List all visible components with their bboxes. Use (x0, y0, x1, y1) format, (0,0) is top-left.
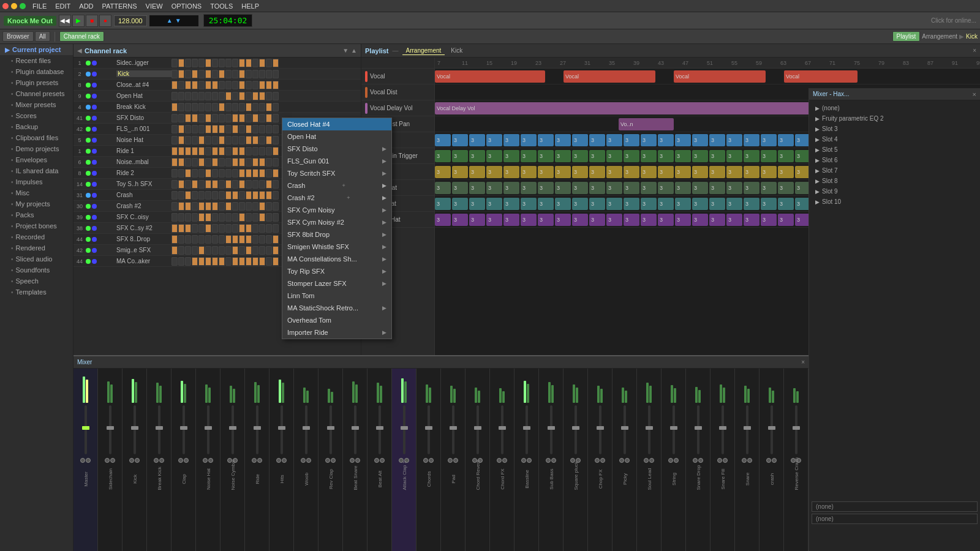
channel-mute-dot[interactable] (92, 94, 97, 99)
channel-pad[interactable] (266, 169, 272, 178)
mixer-channel[interactable]: Sub Bass (539, 369, 564, 551)
channel-knob-2[interactable] (600, 458, 605, 463)
channel-pad[interactable] (232, 235, 238, 244)
channel-pad[interactable] (205, 103, 211, 111)
channel-pad[interactable] (172, 136, 178, 144)
tab-kick[interactable]: Kick (447, 47, 466, 55)
channel-pad[interactable] (273, 202, 279, 211)
mixer-channel[interactable]: Woob (294, 369, 318, 551)
fader-thumb[interactable] (180, 426, 187, 430)
channel-pad[interactable] (212, 191, 218, 200)
channel-pad[interactable] (225, 169, 232, 178)
channel-pad[interactable] (172, 81, 178, 89)
fader-thumb[interactable] (401, 426, 408, 430)
track-block[interactable]: 3 (692, 182, 708, 194)
fader-thumb[interactable] (695, 426, 702, 430)
track-block[interactable]: 3 (778, 166, 794, 178)
channel-pad[interactable] (172, 213, 178, 222)
mixer-channel[interactable]: Noise Cymbal (221, 369, 245, 551)
channel-pad[interactable] (172, 169, 178, 178)
channel-pad[interactable] (178, 59, 184, 67)
track-block[interactable]: 3 (538, 166, 554, 178)
mixer-channel[interactable]: Break Kick (147, 369, 172, 551)
channel-row[interactable]: 2 Kick (74, 69, 361, 80)
dropdown-item-crash[interactable]: Crash+ (282, 179, 391, 192)
channel-pad[interactable] (252, 147, 258, 156)
menu-options[interactable]: OPTIONS (170, 2, 204, 10)
channel-pad[interactable] (273, 136, 279, 144)
channel-pad[interactable] (232, 136, 238, 144)
channel-pad[interactable] (185, 125, 191, 133)
track-block[interactable]: 3 (624, 150, 639, 162)
track-block[interactable]: 3 (521, 198, 537, 210)
track-block[interactable]: 3 (503, 166, 519, 178)
track-block[interactable]: 3 (589, 134, 605, 146)
channel-pad[interactable] (212, 202, 218, 211)
fader-thumb[interactable] (229, 426, 236, 430)
tab-arrangement[interactable]: Arrangement (402, 47, 445, 55)
sidebar-item-templates[interactable]: •Templates (0, 287, 73, 298)
channel-pad[interactable] (259, 169, 265, 178)
channel-pad[interactable] (252, 246, 258, 255)
fader-thumb[interactable] (254, 426, 261, 430)
track-block[interactable]: 3 (486, 182, 502, 194)
channel-pad[interactable] (225, 224, 232, 233)
rewind-button[interactable]: ◀◀ (59, 15, 71, 27)
channel-pad[interactable] (172, 246, 178, 255)
channel-pad[interactable] (219, 59, 225, 67)
channel-pad[interactable] (225, 235, 232, 244)
channel-pad[interactable] (273, 246, 279, 255)
channel-pad[interactable] (219, 169, 225, 178)
channel-row[interactable]: 4 Break Kick (74, 102, 361, 113)
play-button[interactable]: ▶ (72, 15, 85, 27)
channel-mute-dot[interactable] (92, 193, 97, 198)
channel-knob[interactable] (742, 458, 747, 463)
channel-rack-btn[interactable]: Channel rack (59, 31, 104, 42)
track-block[interactable]: 3 (778, 150, 794, 162)
channel-knob[interactable] (619, 458, 624, 463)
channel-pad[interactable] (239, 92, 245, 100)
channel-pad[interactable] (212, 70, 218, 78)
dropdown-item-linn-tom[interactable]: Linn Tom (282, 290, 391, 302)
channel-mute-dot[interactable] (92, 259, 97, 264)
channel-pad[interactable] (172, 147, 178, 156)
channel-knob-2[interactable] (649, 458, 654, 463)
channel-knob-2[interactable] (282, 458, 287, 463)
channel-pad[interactable] (259, 180, 265, 189)
channel-pad[interactable] (212, 103, 218, 111)
sidebar-item-clipboard-files[interactable]: •Clipboard files (0, 132, 73, 143)
track-block[interactable]: 3 (761, 134, 777, 146)
channel-pad[interactable] (266, 202, 272, 211)
channel-knob-2[interactable] (502, 458, 507, 463)
channel-pad[interactable] (273, 92, 279, 100)
track-block[interactable]: 3 (435, 134, 451, 146)
channel-knob[interactable] (252, 458, 257, 463)
channel-pad[interactable] (172, 235, 178, 244)
track-block[interactable]: 3 (469, 214, 485, 226)
sidebar-item-current-project[interactable]: ▶Current project (0, 44, 73, 55)
dropdown-item-sfx-8bit-drop[interactable]: SFX 8bit Drop▶ (282, 228, 391, 241)
channel-pad[interactable] (246, 70, 252, 78)
channel-knob[interactable] (644, 458, 649, 463)
channel-active-dot[interactable] (86, 149, 91, 154)
channel-pad[interactable] (252, 202, 258, 211)
channel-pad[interactable] (273, 213, 279, 222)
fader-thumb[interactable] (793, 426, 800, 430)
channel-pad[interactable] (252, 169, 258, 178)
channel-row[interactable]: 8 Close..at #4 (74, 80, 361, 91)
sidebar-item-scores[interactable]: •Scores (0, 110, 73, 121)
channel-pad[interactable] (205, 114, 211, 122)
channel-pad[interactable] (198, 213, 205, 222)
track-block[interactable]: 3 (503, 198, 519, 210)
channel-mute-dot[interactable] (92, 127, 97, 132)
track-block[interactable]: Vocal (674, 70, 766, 83)
track-block[interactable]: 3 (726, 214, 742, 226)
dropdown-item-toy-rip-sfx[interactable]: Toy Rip SFX▶ (282, 265, 391, 277)
channel-pad[interactable] (246, 125, 252, 133)
sidebar-item-recent-files[interactable]: •Recent files (0, 55, 73, 66)
track-block[interactable]: 3 (624, 134, 639, 146)
channel-pad[interactable] (212, 235, 218, 244)
channel-pad[interactable] (252, 191, 258, 200)
track-block[interactable]: 3 (589, 182, 605, 194)
channel-pad[interactable] (239, 191, 245, 200)
